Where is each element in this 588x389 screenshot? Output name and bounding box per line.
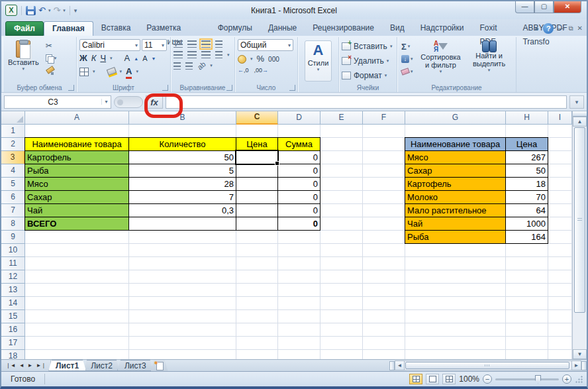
row-header-11[interactable]: 11 (1, 257, 25, 270)
cell-D12[interactable] (278, 270, 320, 284)
cell-I8[interactable] (548, 217, 572, 231)
underline-button[interactable]: Ч (100, 53, 106, 64)
cell-H17[interactable] (506, 337, 548, 350)
format-cells-button[interactable]: Формат▾ (342, 69, 394, 82)
cell-A17[interactable] (25, 337, 129, 350)
cell-I6[interactable] (548, 191, 572, 204)
cell-E6[interactable] (320, 191, 363, 204)
cell-G17[interactable] (405, 337, 506, 350)
align-left-icon[interactable] (173, 51, 183, 58)
close-button[interactable]: ✕ (554, 1, 581, 13)
cell-I17[interactable] (548, 337, 572, 350)
delete-cells-button[interactable]: Удалить▾ (342, 54, 394, 67)
sheet-tab-Лист3[interactable]: Лист3 (117, 360, 154, 371)
cell-E11[interactable] (320, 257, 363, 270)
cell-I1[interactable] (548, 125, 572, 138)
scroll-left-icon[interactable]: ◄ (395, 361, 405, 370)
table-cell[interactable]: 70 (506, 191, 548, 204)
table-cell[interactable]: Картофель (405, 178, 506, 191)
cell-E3[interactable] (320, 151, 363, 164)
workbook-minimize-icon[interactable]: — (558, 25, 564, 32)
cell-G15[interactable] (405, 310, 506, 323)
cell-F10[interactable] (363, 244, 405, 257)
cell-F8[interactable] (363, 217, 405, 231)
cell-F16[interactable] (363, 323, 405, 337)
column-header-D[interactable]: D (278, 111, 320, 125)
cell-F9[interactable] (363, 231, 405, 244)
cell-B11[interactable] (129, 257, 236, 270)
table-cell[interactable]: 0 (278, 151, 320, 164)
cell-F2[interactable] (363, 138, 405, 151)
cell-B16[interactable] (129, 323, 236, 337)
row-header-5[interactable]: 5 (1, 178, 25, 191)
column-header-I[interactable]: I (548, 111, 572, 125)
accounting-dropdown-icon[interactable]: ▾ (250, 56, 253, 62)
ribbon-tab-Вид[interactable]: Вид (382, 21, 413, 36)
table-cell[interactable]: 18 (506, 178, 548, 191)
cell-C9[interactable] (236, 231, 278, 244)
orientation-icon[interactable]: ab (196, 60, 207, 71)
autosum-button[interactable]: Σ▾ (400, 41, 415, 52)
cell-H15[interactable] (506, 310, 548, 323)
cell-B10[interactable] (129, 244, 236, 257)
cell-E9[interactable] (320, 231, 363, 244)
cell-B18[interactable] (129, 350, 236, 359)
sort-filter-button[interactable]: АЯ Сортировка и фильтр ▾ (417, 39, 465, 82)
cell-B17[interactable] (129, 337, 236, 350)
cell-C12[interactable] (236, 270, 278, 284)
zoom-slider[interactable] (495, 378, 559, 380)
cell-I4[interactable] (548, 164, 572, 178)
cell-I15[interactable] (548, 310, 572, 323)
copy-button[interactable]: ▾ (44, 53, 58, 64)
table-cell[interactable] (236, 204, 278, 217)
align-bottom-icon[interactable] (201, 40, 211, 48)
cell-F7[interactable] (363, 204, 405, 217)
styles-dropdown-icon[interactable]: ▾ (317, 67, 320, 72)
cell-D14[interactable] (278, 297, 320, 310)
row-header-7[interactable]: 7 (1, 204, 25, 217)
align-middle-icon[interactable] (187, 40, 197, 48)
font-name-combo[interactable]: Calibri▾ (79, 39, 140, 51)
table-cell[interactable]: 0 (278, 178, 320, 191)
cell-E13[interactable] (320, 284, 363, 297)
cell-D15[interactable] (278, 310, 320, 323)
cell-I10[interactable] (548, 244, 572, 257)
cell-G14[interactable] (405, 297, 506, 310)
number-format-combo[interactable]: Общий▾ (238, 39, 293, 51)
cell-D16[interactable] (278, 323, 320, 337)
orientation-dropdown-icon[interactable]: ▾ (210, 63, 213, 68)
row-header-12[interactable]: 12 (1, 270, 25, 284)
table-cell[interactable]: Мясо (25, 178, 129, 191)
percent-style-button[interactable]: % (257, 54, 265, 64)
row-header-15[interactable]: 15 (1, 310, 25, 323)
scroll-right-icon[interactable]: ► (571, 361, 581, 370)
cell-F18[interactable] (363, 350, 405, 359)
cell-F17[interactable] (363, 337, 405, 350)
table-cell[interactable]: 50 (129, 151, 236, 164)
decrease-decimal-button[interactable]: ,00→ (254, 67, 269, 74)
cell-I9[interactable] (548, 231, 572, 244)
table-cell[interactable]: 0,3 (129, 204, 236, 217)
comma-style-button[interactable]: 000 (268, 56, 279, 63)
font-size-combo[interactable]: 11▾ (142, 39, 167, 51)
cell-A9[interactable] (25, 231, 129, 244)
table-cell[interactable]: Чай (405, 217, 506, 231)
cell-B15[interactable] (129, 310, 236, 323)
table-cell[interactable]: 28 (129, 178, 236, 191)
cell-A13[interactable] (25, 284, 129, 297)
cell-E18[interactable] (320, 350, 363, 359)
cell-I7[interactable] (548, 204, 572, 217)
cell-A14[interactable] (25, 297, 129, 310)
page-layout-view-button[interactable] (426, 374, 439, 384)
zoom-slider-thumb[interactable] (535, 375, 541, 384)
italic-button[interactable]: К (91, 53, 97, 64)
merge-center-icon[interactable] (215, 51, 222, 58)
table-cell[interactable]: Чай (25, 204, 129, 217)
cell-F6[interactable] (363, 191, 405, 204)
vertical-scrollbar[interactable]: ▲ ▼ (572, 111, 587, 359)
cell-E17[interactable] (320, 337, 363, 350)
cell-D10[interactable] (278, 244, 320, 257)
row-header-4[interactable]: 4 (1, 164, 25, 178)
maximize-button[interactable]: ▢ (534, 1, 554, 13)
row-header-16[interactable]: 16 (1, 323, 25, 337)
